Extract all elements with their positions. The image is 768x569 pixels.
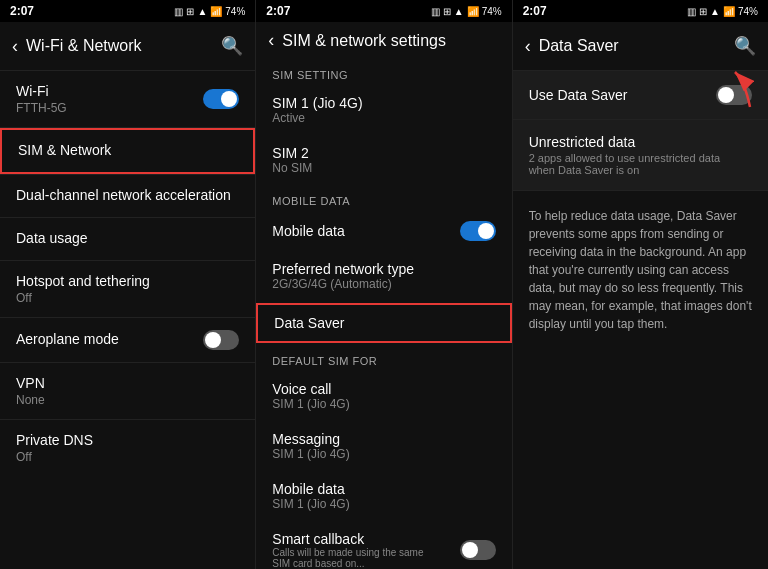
dual-channel-title: Dual-channel network acceleration [16,187,239,203]
status-bar-2: 2:07 ▥ ⊞ ▲ 📶 74% [256,0,511,22]
mobile-data-sim-title: Mobile data [272,481,495,497]
settings-item-vpn[interactable]: VPN None [0,363,255,419]
hotspot-subtitle: Off [16,291,239,305]
panel-title-3: Data Saver [539,37,734,55]
panel-header-2: ‹ SIM & network settings [256,22,511,59]
messaging-item[interactable]: Messaging SIM 1 (Jio 4G) [256,421,511,471]
status-bar-1: 2:07 ▥ ⊞ ▲ 📶 74% [0,0,255,22]
hotspot-title: Hotspot and tethering [16,273,239,289]
data-saver-description: To help reduce data usage, Data Saver pr… [513,191,768,349]
sim2-title: SIM 2 [272,145,495,161]
voice-call-title: Voice call [272,381,495,397]
use-data-saver-toggle[interactable] [716,85,752,105]
back-button-3[interactable]: ‹ [525,36,531,57]
vpn-title: VPN [16,375,239,391]
preferred-network-item[interactable]: Preferred network type 2G/3G/4G (Automat… [256,251,511,301]
back-button-1[interactable]: ‹ [12,36,18,57]
messaging-title: Messaging [272,431,495,447]
section-default-sim: DEFAULT SIM FOR [256,345,511,371]
smart-callback-item[interactable]: Smart callback Calls will be made using … [256,521,511,569]
private-dns-title: Private DNS [16,432,239,448]
preferred-network-subtitle: 2G/3G/4G (Automatic) [272,277,495,291]
sim-network-title: SIM & Network [18,142,237,158]
messaging-subtitle: SIM 1 (Jio 4G) [272,447,495,461]
preferred-network-title: Preferred network type [272,261,495,277]
mobile-data-title: Mobile data [272,223,344,239]
section-mobile-data: MOBILE DATA [256,185,511,211]
aeroplane-toggle[interactable] [203,330,239,350]
unrestricted-data-title: Unrestricted data [529,134,729,150]
private-dns-subtitle: Off [16,450,239,464]
panel-data-saver: 2:07 ▥ ⊞ ▲ 📶 74% ‹ Data Saver 🔍 Use Data… [513,0,768,569]
settings-item-wifi[interactable]: Wi-Fi FTTH-5G [0,71,255,127]
mobile-data-sim-subtitle: SIM 1 (Jio 4G) [272,497,495,511]
panel-title-2: SIM & network settings [282,32,499,50]
mobile-data-toggle[interactable] [460,221,496,241]
settings-item-hotspot[interactable]: Hotspot and tethering Off [0,261,255,317]
vpn-subtitle: None [16,393,239,407]
sim1-subtitle: Active [272,111,495,125]
smart-callback-title: Smart callback [272,531,432,547]
settings-item-data-usage[interactable]: Data usage [0,218,255,260]
status-bar-3: 2:07 ▥ ⊞ ▲ 📶 74% [513,0,768,22]
wifi-title: Wi-Fi [16,83,67,99]
status-icons-3: ▥ ⊞ ▲ 📶 74% [687,6,758,17]
status-icons-1: ▥ ⊞ ▲ 📶 74% [174,6,245,17]
smart-callback-toggle[interactable] [460,540,496,560]
search-icon-1[interactable]: 🔍 [221,35,243,57]
sim2-item[interactable]: SIM 2 No SIM [256,135,511,185]
panel-title-1: Wi-Fi & Network [26,37,221,55]
panel-sim-network: 2:07 ▥ ⊞ ▲ 📶 74% ‹ SIM & network setting… [256,0,512,569]
mobile-data-item[interactable]: Mobile data [256,211,511,251]
panel-header-3: ‹ Data Saver 🔍 [513,22,768,70]
time-2: 2:07 [266,4,290,18]
settings-item-sim-network[interactable]: SIM & Network [0,128,255,174]
smart-callback-subtitle: Calls will be made using the same SIM ca… [272,547,432,569]
voice-call-subtitle: SIM 1 (Jio 4G) [272,397,495,411]
unrestricted-data-option[interactable]: Unrestricted data 2 apps allowed to use … [513,120,768,190]
settings-item-aeroplane[interactable]: Aeroplane mode [0,318,255,362]
status-icons-2: ▥ ⊞ ▲ 📶 74% [431,6,502,17]
voice-call-item[interactable]: Voice call SIM 1 (Jio 4G) [256,371,511,421]
data-saver-item[interactable]: Data Saver [256,303,511,343]
unrestricted-data-subtitle: 2 apps allowed to use unrestricted data … [529,152,729,176]
wifi-toggle[interactable] [203,89,239,109]
time-3: 2:07 [523,4,547,18]
wifi-subtitle: FTTH-5G [16,101,67,115]
section-sim-setting: SIM SETTING [256,59,511,85]
settings-item-private-dns[interactable]: Private DNS Off [0,420,255,476]
panel-header-1: ‹ Wi-Fi & Network 🔍 [0,22,255,70]
panel-wifi-network: 2:07 ▥ ⊞ ▲ 📶 74% ‹ Wi-Fi & Network 🔍 Wi-… [0,0,256,569]
use-data-saver-option[interactable]: Use Data Saver [513,71,768,119]
sim2-subtitle: No SIM [272,161,495,175]
use-data-saver-title: Use Data Saver [529,87,628,103]
mobile-data-sim-item[interactable]: Mobile data SIM 1 (Jio 4G) [256,471,511,521]
back-button-2[interactable]: ‹ [268,30,274,51]
time-1: 2:07 [10,4,34,18]
aeroplane-title: Aeroplane mode [16,331,119,347]
settings-item-dual-channel[interactable]: Dual-channel network acceleration [0,175,255,217]
data-saver-title: Data Saver [274,315,493,331]
sim1-title: SIM 1 (Jio 4G) [272,95,495,111]
search-icon-3[interactable]: 🔍 [734,35,756,57]
sim1-item[interactable]: SIM 1 (Jio 4G) Active [256,85,511,135]
data-usage-title: Data usage [16,230,239,246]
